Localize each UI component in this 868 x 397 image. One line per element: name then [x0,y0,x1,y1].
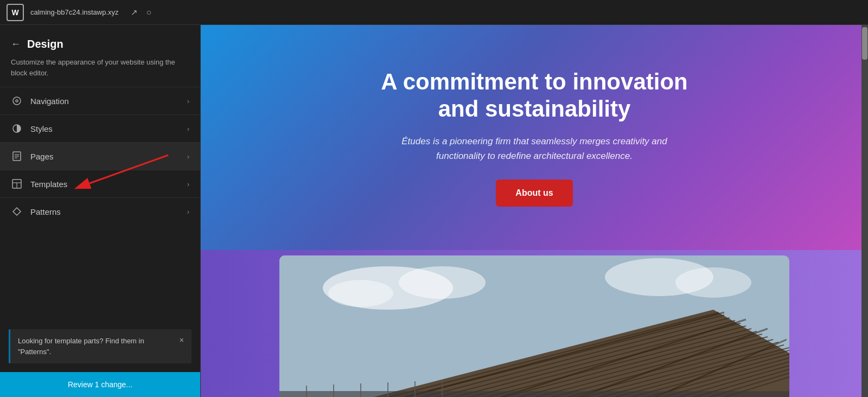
svg-rect-46 [279,391,789,397]
notification-box: Looking for template parts? Find them in… [9,329,192,363]
building-section [201,250,868,397]
sidebar-item-templates[interactable]: Templates › [0,170,200,197]
svg-point-18 [675,267,751,298]
wp-logo[interactable]: W [7,4,24,21]
scrollbar-thumb[interactable] [862,27,867,60]
templates-chevron: › [187,180,189,188]
back-button[interactable]: ← [11,39,21,50]
pages-icon [11,150,23,162]
styles-chevron: › [187,125,189,133]
navigation-chevron: › [187,97,189,105]
svg-marker-10 [13,208,21,215]
scrollbar[interactable] [861,25,868,397]
sidebar-item-patterns[interactable]: Patterns › [0,197,200,225]
templates-icon [11,178,23,190]
sidebar-menu: Navigation › Styles › [0,87,200,321]
sidebar-description: Customize the appearance of your website… [0,57,200,87]
review-bar-label: Review 1 change... [68,380,132,389]
building-image [279,255,789,397]
wp-logo-text: W [11,8,18,17]
patterns-icon [11,206,23,217]
notification-close-button[interactable]: × [180,336,184,344]
navigation-label: Navigation [30,97,187,106]
sidebar-item-pages[interactable]: Pages › [0,142,200,170]
pages-chevron: › [187,152,189,161]
patterns-label: Patterns [30,207,187,216]
svg-point-15 [399,266,486,299]
sidebar-item-styles[interactable]: Styles › [0,114,200,142]
hero-title: A commitment to innovation and sustainab… [372,68,697,123]
svg-point-1 [16,100,18,102]
svg-point-16 [328,280,393,307]
top-bar: W calming-bb7c24.instawp.xyz ↗ ○ [0,0,868,25]
search-icon[interactable]: ○ [144,5,154,20]
top-bar-icons: ↗ ○ [129,5,154,20]
pages-label: Pages [30,152,187,161]
external-link-icon[interactable]: ↗ [129,5,140,20]
sidebar-item-navigation[interactable]: Navigation › [0,87,200,114]
styles-icon [11,123,23,135]
hero-description: Études is a pioneering firm that seamles… [393,134,675,163]
notification-text: Looking for template parts? Find them in… [18,336,174,357]
svg-point-0 [13,97,21,105]
styles-label: Styles [30,124,187,133]
about-us-button[interactable]: About us [496,180,572,207]
navigation-icon [11,95,23,107]
sidebar: ← Design Customize the appearance of you… [0,25,201,397]
sidebar-header: ← Design [0,25,200,57]
main-layout: ← Design Customize the appearance of you… [0,25,868,397]
review-bar[interactable]: Review 1 change... [0,372,200,397]
patterns-chevron: › [187,208,189,216]
preview-area: A commitment to innovation and sustainab… [201,25,868,397]
site-url: calming-bb7c24.instawp.xyz [30,8,119,16]
templates-label: Templates [30,180,187,189]
hero-section: A commitment to innovation and sustainab… [201,25,868,250]
sidebar-title: Design [27,38,63,50]
